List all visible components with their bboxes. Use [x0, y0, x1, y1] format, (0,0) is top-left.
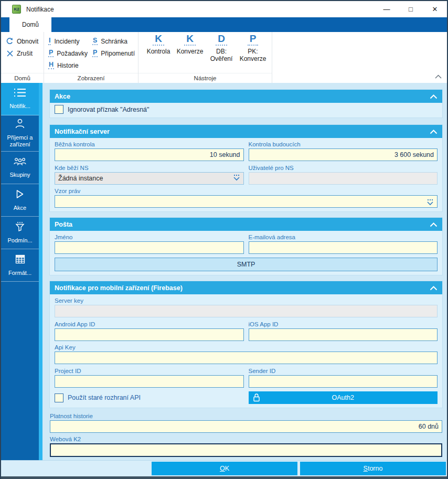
ios-app-id-input[interactable]: [249, 328, 438, 341]
section-server-header[interactable]: Notifikační server: [50, 125, 442, 138]
section-firebase-header[interactable]: Notifikace pro mobilní zařízení (Firebas…: [50, 281, 442, 294]
project-id-input[interactable]: [55, 375, 244, 388]
historie-label: Historie: [57, 62, 79, 69]
ribbon-group-label-domu: Domů: [1, 73, 44, 83]
android-app-id-input[interactable]: [55, 328, 244, 341]
api-key-label: Api Key: [55, 344, 438, 351]
dialog-footer: OK Storno: [1, 460, 447, 476]
smtp-button[interactable]: SMTP: [55, 258, 438, 271]
pripomenuti-button[interactable]: P Připomenutí: [92, 47, 135, 59]
minimize-button[interactable]: —: [375, 1, 399, 17]
db-overeni-glyph-icon: D: [216, 33, 227, 46]
api-key-input[interactable]: [55, 352, 438, 364]
section-title: Pošta: [55, 221, 430, 228]
konverze-tool-button[interactable]: K Konverze: [174, 33, 206, 73]
kontrola-tool-button[interactable]: K Kontrola: [143, 33, 174, 73]
sidebar-item-format[interactable]: Formát...: [1, 249, 39, 282]
platnost-historie-label: Platnost historie: [50, 412, 442, 420]
person-icon: [15, 119, 25, 131]
android-app-id-label: Android App ID: [55, 321, 244, 328]
pozadavky-button[interactable]: P Požadavky: [48, 47, 92, 59]
ribbon-tab-band: Domů: [1, 17, 447, 32]
storno-button[interactable]: Storno: [300, 462, 446, 475]
lock-icon: [253, 393, 260, 403]
obnovit-button[interactable]: Obnovit: [5, 35, 40, 47]
pk-konverze-glyph-icon: P: [248, 33, 259, 46]
combo-dropdown-icon[interactable]: [426, 198, 434, 208]
section-title: Notifikační server: [55, 128, 430, 135]
kde-bezi-ns-value: Žádná instance: [58, 175, 233, 182]
email-label: E-mailová adresa: [249, 233, 438, 241]
schranka-glyph-icon: S: [92, 37, 98, 46]
section-title: Akce: [55, 93, 430, 100]
sender-id-input[interactable]: [249, 375, 438, 388]
jmeno-input[interactable]: [55, 241, 244, 254]
platnost-historie-input[interactable]: [50, 420, 442, 433]
sender-id-label: Sender ID: [249, 367, 438, 375]
konverze-glyph-icon: K: [184, 33, 196, 46]
kontrola-budoucich-input[interactable]: [249, 148, 438, 161]
ok-button[interactable]: OK: [152, 462, 297, 475]
section-akce-header[interactable]: Akce: [50, 90, 442, 103]
bezna-kontrola-input[interactable]: [55, 148, 244, 161]
ignore-adresna-checkbox[interactable]: [55, 105, 63, 114]
incidenty-button[interactable]: I Incidenty: [48, 35, 92, 47]
maximize-button[interactable]: □: [399, 1, 423, 17]
db-overeni-tool-button[interactable]: D DB: Ověření: [206, 33, 237, 73]
section-posta: Pošta Jméno E-mailová adresa: [49, 217, 443, 275]
title-bar: K2 Notifikace — □ ✕: [1, 1, 447, 17]
oauth2-button[interactable]: OAuth2: [249, 391, 438, 404]
sidebar-item-prijemci[interactable]: Příjemci a zařízení: [1, 115, 39, 152]
obnovit-label: Obnovit: [17, 38, 38, 45]
vzor-prav-input[interactable]: [55, 195, 438, 208]
pk-konverze-tool-button[interactable]: P PK: Konverze: [237, 33, 269, 73]
section-firebase: Notifikace pro mobilní zařízení (Firebas…: [49, 281, 443, 408]
incidenty-glyph-icon: I: [48, 37, 51, 46]
combo-dropdown-icon[interactable]: [233, 175, 240, 183]
old-api-label: Použít staré rozhraní API: [68, 394, 141, 401]
chevron-up-icon[interactable]: [430, 92, 438, 101]
kde-bezi-ns-dropdown[interactable]: Žádná instance: [55, 172, 244, 185]
old-api-checkbox[interactable]: [55, 393, 63, 402]
people-group-icon: [14, 157, 26, 168]
db-overeni-label: DB:: [216, 48, 227, 55]
uzivatele-pro-ns-label: Uživatelé pro NS: [249, 164, 438, 172]
sidebar-item-akce[interactable]: Akce: [1, 184, 39, 217]
ribbon-group-nastroje: K Kontrola K Konverze D DB: Ověření P PK…: [138, 32, 272, 83]
chevron-up-icon[interactable]: [430, 283, 438, 293]
sidebar-item-podminky[interactable]: Podmín...: [1, 217, 39, 249]
webova-k2-input[interactable]: [50, 443, 442, 457]
chevron-up-icon[interactable]: [430, 127, 438, 136]
sidebar-item-label: Příjemci a zařízení: [2, 134, 38, 148]
pk-konverze-label: PK:: [248, 48, 258, 55]
sidebar-splitter[interactable]: [39, 83, 42, 460]
kontrola-glyph-icon: K: [153, 33, 164, 46]
email-input[interactable]: [249, 241, 438, 254]
close-button[interactable]: ✕: [423, 1, 447, 17]
zrusit-button[interactable]: Zrušit: [5, 47, 40, 59]
ribbon-collapse-button[interactable]: [435, 71, 442, 81]
chevron-up-icon[interactable]: [430, 220, 438, 229]
historie-button[interactable]: H Historie: [48, 59, 92, 71]
notifikace-window: K2 Notifikace — □ ✕ Domů Obnovit: [0, 0, 448, 479]
schranka-label: Schránka: [101, 38, 127, 45]
bezna-kontrola-label: Běžná kontrola: [55, 141, 244, 148]
section-posta-header[interactable]: Pošta: [50, 218, 442, 231]
vzor-prav-label: Vzor práv: [55, 187, 438, 195]
tab-domu[interactable]: Domů: [9, 17, 51, 32]
sidebar-item-notifikace[interactable]: Notifik...: [1, 83, 39, 115]
ribbon-group-zobrazeni: I Incidenty P Požadavky H Historie S: [44, 32, 138, 83]
sidebar: Notifik... Příjemci a zařízení Skupiny A…: [1, 83, 39, 460]
project-id-label: Project ID: [55, 367, 244, 375]
sidebar-item-label: Formát...: [8, 270, 31, 276]
settings-content: Akce Ignorovat příznak "Adresná": [42, 83, 447, 460]
sidebar-item-label: Skupiny: [9, 172, 30, 178]
sidebar-item-label: Akce: [14, 205, 26, 211]
window-bottom-edge: [1, 476, 447, 479]
schranka-button[interactable]: S Schránka: [92, 35, 135, 47]
pripomenuti-glyph-icon: P: [92, 49, 98, 58]
section-akce: Akce Ignorovat příznak "Adresná": [49, 89, 443, 118]
sidebar-item-skupiny[interactable]: Skupiny: [1, 152, 39, 184]
section-notifikacni-server: Notifikační server Běžná kontrola Kontro…: [49, 124, 443, 212]
section-title: Notifikace pro mobilní zařízení (Firebas…: [55, 284, 430, 292]
